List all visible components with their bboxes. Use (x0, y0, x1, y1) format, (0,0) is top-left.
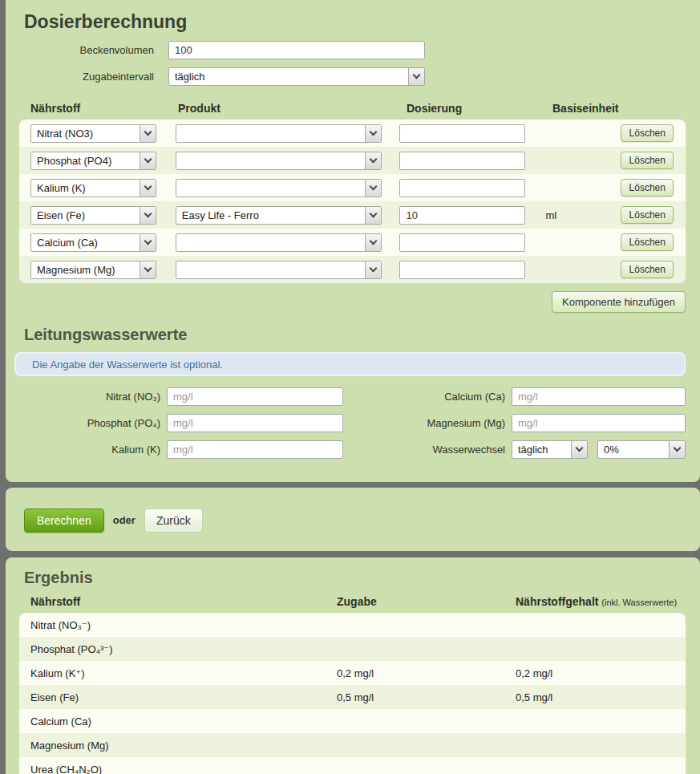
add-component-button[interactable]: Komponente hinzufügen (552, 291, 686, 313)
nutrient-select-value: Eisen (Fe) (31, 207, 140, 224)
water-change-label: Wasserwechsel (345, 444, 505, 456)
dosage-input[interactable] (399, 261, 525, 279)
nutrient-select-value: Kalium (K) (31, 180, 140, 197)
delete-button[interactable]: Löschen (621, 206, 674, 224)
result-nutrient: Phosphat (PO₄³⁻) (19, 643, 326, 655)
delete-button[interactable]: Löschen (621, 233, 674, 251)
result-nutrient: Magnesium (Mg) (19, 740, 326, 752)
result-panel: Ergebnis Nährstoff Zugabe Nährstoffgehal… (6, 557, 700, 774)
info-text: Die Angabe der Wasserwerte ist optional. (32, 359, 223, 371)
result-header-content: Nährstoffgehalt (inkl. Wasserwerte) (504, 595, 686, 608)
result-content: 0,5 mg/l (504, 691, 686, 703)
dosing-row: Eisen (Fe) Easy Life - Ferro ml Löschen (19, 201, 686, 229)
nutrient-select-value: Phosphat (PO4) (31, 152, 140, 169)
product-select-value: Easy Life - Ferro (176, 207, 366, 224)
product-select[interactable] (176, 124, 382, 143)
product-select[interactable] (176, 179, 382, 197)
potassium-label: Kalium (K) (19, 444, 160, 456)
dosage-input[interactable] (399, 179, 525, 197)
result-row: Calcium (Ca) (19, 709, 686, 733)
chevron-down-icon (365, 261, 381, 278)
dosage-input[interactable] (399, 124, 525, 143)
chevron-down-icon (669, 441, 685, 458)
volume-input[interactable] (168, 41, 425, 59)
chevron-down-icon (365, 180, 381, 197)
result-row: Urea (CH₄N₂O) (19, 757, 686, 774)
header-product: Produkt (178, 102, 389, 115)
potassium-row: Kalium (K) (19, 440, 343, 459)
phosphate-label: Phosphat (PO₄) (19, 417, 160, 429)
result-nutrient: Calcium (Ca) (19, 715, 326, 727)
chevron-down-icon (365, 207, 381, 224)
chevron-down-icon (140, 152, 156, 169)
dosing-row: Magnesium (Mg) Löschen (19, 256, 686, 283)
water-change-percent-select[interactable]: 0% (597, 440, 686, 459)
nutrient-select[interactable]: Eisen (Fe) (30, 206, 156, 225)
delete-button[interactable]: Löschen (621, 152, 674, 169)
chevron-down-icon (140, 207, 156, 224)
product-select[interactable]: Easy Life - Ferro (176, 206, 382, 225)
chevron-down-icon (408, 68, 424, 85)
actions-panel: Berechnen oder Zurück (6, 488, 700, 551)
product-select-value (176, 152, 366, 169)
potassium-input[interactable] (167, 440, 343, 459)
result-header-content-text: Nährstoffgehalt (516, 595, 598, 608)
delete-button[interactable]: Löschen (621, 179, 674, 197)
dosage-input[interactable] (399, 206, 525, 225)
interval-row: Zugabeintervall täglich (19, 67, 686, 86)
water-change-percent-value: 0% (598, 441, 669, 458)
result-nutrient: Nitrat (NO₃⁻) (19, 619, 326, 631)
result-table: Nitrat (NO₃⁻) Phosphat (PO₄³⁻) Kalium (K… (19, 613, 686, 774)
interval-select[interactable]: täglich (168, 67, 425, 86)
magnesium-input[interactable] (512, 414, 686, 432)
nutrient-select[interactable]: Nitrat (NO3) (30, 124, 156, 143)
dosing-panel: Dosierberechnung Beckenvolumen Zugabeint… (6, 0, 700, 482)
or-text: oder (113, 514, 136, 526)
result-header-nutrient: Nährstoff (19, 595, 326, 608)
nutrient-select[interactable]: Magnesium (Mg) (30, 261, 156, 279)
nutrient-select[interactable]: Phosphat (PO4) (30, 152, 156, 170)
calcium-input[interactable] (512, 387, 686, 406)
phosphate-input[interactable] (167, 414, 343, 432)
product-select-value (176, 125, 366, 142)
product-select[interactable] (176, 261, 382, 279)
chevron-down-icon (140, 261, 156, 278)
nitrate-input[interactable] (167, 387, 343, 406)
result-nutrient: Eisen (Fe) (19, 691, 326, 703)
nutrient-select[interactable]: Kalium (K) (30, 179, 156, 197)
result-row: Eisen (Fe) 0,5 mg/l 0,5 mg/l (19, 685, 686, 709)
nitrate-row: Nitrat (NO₃) (19, 387, 343, 406)
calcium-row: Calcium (Ca) (345, 387, 686, 406)
add-component-row: Komponente hinzufügen (19, 291, 686, 313)
dosage-input[interactable] (399, 152, 525, 170)
chevron-down-icon (365, 152, 381, 169)
product-select-value (176, 234, 366, 251)
result-nutrient: Kalium (K⁺) (19, 667, 326, 679)
product-select-value (176, 180, 366, 197)
nutrient-select-value: Nitrat (NO3) (31, 125, 140, 142)
tap-water-right-column: Calcium (Ca) Magnesium (Mg) Wasserwechse… (345, 387, 686, 459)
result-addition: 0,2 mg/l (326, 667, 504, 679)
nutrient-select[interactable]: Calcium (Ca) (30, 233, 156, 252)
dosing-row: Nitrat (NO3) Löschen (19, 120, 686, 147)
result-title: Ergebnis (24, 569, 686, 587)
delete-button[interactable]: Löschen (621, 124, 674, 142)
product-select[interactable] (176, 152, 382, 170)
magnesium-row: Magnesium (Mg) (345, 414, 686, 432)
header-base-unit: Basiseinheit (552, 102, 649, 115)
water-change-interval-select[interactable]: täglich (512, 440, 588, 459)
interval-label: Zugabeintervall (19, 71, 154, 83)
tap-water-title: Leitungswasserwerte (24, 326, 686, 344)
dosage-input[interactable] (399, 233, 525, 252)
dosing-row: Calcium (Ca) Löschen (19, 229, 686, 256)
back-button[interactable]: Zurück (144, 509, 203, 533)
phosphate-row: Phosphat (PO₄) (19, 414, 343, 432)
nutrient-select-value: Calcium (Ca) (31, 234, 140, 251)
product-select-value (176, 261, 366, 278)
calculate-button[interactable]: Berechnen (24, 509, 104, 533)
product-select[interactable] (176, 233, 382, 252)
dosing-row: Kalium (K) Löschen (19, 174, 686, 201)
delete-button[interactable]: Löschen (621, 261, 674, 278)
magnesium-label: Magnesium (Mg) (345, 417, 505, 429)
water-change-interval-value: täglich (512, 441, 571, 458)
